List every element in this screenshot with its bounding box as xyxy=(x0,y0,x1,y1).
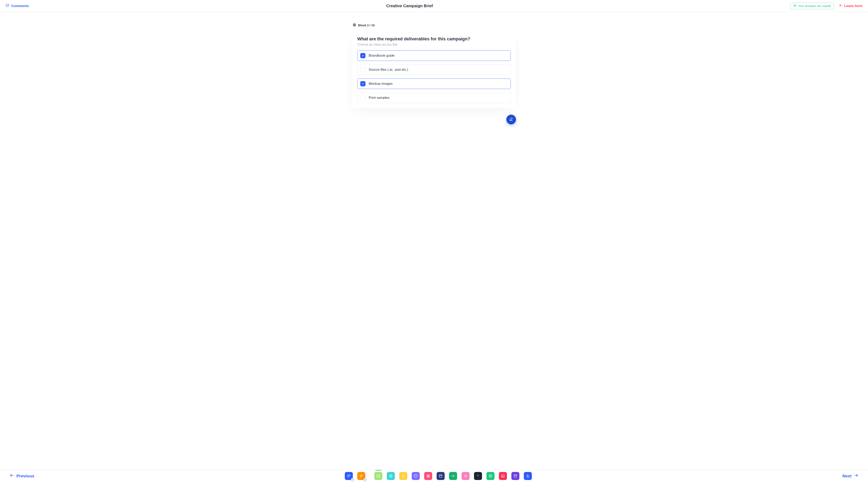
block-thanks-icon[interactable] xyxy=(524,472,532,480)
svg-rect-7 xyxy=(377,475,379,477)
arrow-left-icon xyxy=(10,473,14,479)
block-quote-icon[interactable]: “ xyxy=(474,472,482,480)
svg-point-1 xyxy=(7,5,7,5)
question-title: What are the required deliverables for t… xyxy=(357,36,511,41)
svg-rect-14 xyxy=(428,475,430,476)
comments-label: Comments xyxy=(11,4,29,8)
svg-text:“: “ xyxy=(477,474,479,478)
active-indicator xyxy=(375,470,381,471)
main: Block 2 / 15 What are the required deliv… xyxy=(352,12,516,132)
leave-button[interactable]: Leave form xyxy=(839,4,862,8)
block-color-icon[interactable] xyxy=(412,472,420,480)
saved-badge: Your answers are saved! xyxy=(790,3,834,9)
block-calendar-icon[interactable] xyxy=(437,472,445,480)
comments-button[interactable]: Comments xyxy=(6,4,29,8)
comment-icon xyxy=(6,4,9,8)
done-badge-icon xyxy=(363,478,367,481)
svg-rect-15 xyxy=(427,476,428,477)
svg-point-2 xyxy=(7,5,8,5)
option-1[interactable]: Source files (.ai, .psd etc.) xyxy=(357,64,511,75)
block-checkbox-icon[interactable] xyxy=(374,472,382,480)
svg-point-11 xyxy=(415,475,416,475)
header-right: Your answers are saved! Leave form xyxy=(790,3,862,9)
block-rating-icon[interactable] xyxy=(462,472,470,480)
block-nav: Y/N“ xyxy=(345,472,532,480)
checkbox-icon xyxy=(360,81,366,86)
svg-rect-17 xyxy=(439,475,442,477)
footer: Previous Y/N“ Next xyxy=(0,470,868,482)
svg-rect-16 xyxy=(428,476,430,477)
option-label: Mockup images xyxy=(369,82,393,86)
block-package-icon[interactable] xyxy=(487,472,494,480)
block-article-icon[interactable] xyxy=(357,472,365,480)
option-3[interactable]: Print samples xyxy=(357,93,511,103)
svg-point-6 xyxy=(348,475,349,476)
close-icon xyxy=(839,4,842,8)
checkbox-icon xyxy=(360,53,366,58)
block-image-icon[interactable] xyxy=(499,472,507,480)
svg-point-10 xyxy=(415,475,415,476)
option-label: Brandbook guide xyxy=(369,54,395,58)
edit-fab[interactable] xyxy=(506,115,516,124)
page-title: Creative Campaign Brief xyxy=(386,4,433,8)
svg-rect-13 xyxy=(427,475,428,476)
svg-point-9 xyxy=(391,475,392,476)
block-grid-icon[interactable] xyxy=(424,472,432,480)
checkbox-icon xyxy=(360,67,366,72)
block-website-icon[interactable] xyxy=(512,472,519,480)
done-badge-icon xyxy=(351,478,354,481)
svg-rect-5 xyxy=(353,24,355,26)
grid-icon xyxy=(353,23,356,27)
svg-rect-22 xyxy=(514,475,517,477)
leave-label: Leave form xyxy=(844,4,862,8)
pencil-icon xyxy=(509,117,513,122)
block-indicator-text: Block 2 / 15 xyxy=(358,24,375,27)
question-hint: Choose as many as you like xyxy=(357,43,511,46)
svg-point-12 xyxy=(416,475,417,476)
prev-label: Previous xyxy=(17,474,34,478)
svg-point-3 xyxy=(8,5,8,5)
svg-point-21 xyxy=(502,475,503,476)
saved-label: Your answers are saved! xyxy=(798,4,831,8)
options-list: Brandbook guideSource files (.ai, .psd e… xyxy=(357,51,511,103)
prev-button[interactable]: Previous xyxy=(10,473,34,479)
header: Comments Creative Campaign Brief Your an… xyxy=(0,0,868,12)
arrow-right-icon xyxy=(854,473,858,479)
svg-rect-20 xyxy=(501,475,504,477)
block-yesno-icon[interactable]: Y/N xyxy=(449,472,457,480)
question-card: What are the required deliverables for t… xyxy=(352,31,516,108)
block-divider xyxy=(370,472,370,480)
block-indicator: Block 2 / 15 xyxy=(353,23,516,27)
svg-text:Y/N: Y/N xyxy=(452,475,455,477)
block-radio-icon[interactable] xyxy=(387,472,395,480)
option-label: Print samples xyxy=(369,96,390,100)
next-label: Next xyxy=(842,474,851,478)
block-contact-icon[interactable] xyxy=(345,472,353,480)
check-circle-icon xyxy=(793,4,797,8)
next-button[interactable]: Next xyxy=(842,473,858,479)
option-0[interactable]: Brandbook guide xyxy=(357,51,511,61)
option-label: Source files (.ai, .psd etc.) xyxy=(369,68,408,72)
checkbox-icon xyxy=(360,95,366,100)
block-text-icon[interactable] xyxy=(399,472,407,480)
option-2[interactable]: Mockup images xyxy=(357,78,511,89)
